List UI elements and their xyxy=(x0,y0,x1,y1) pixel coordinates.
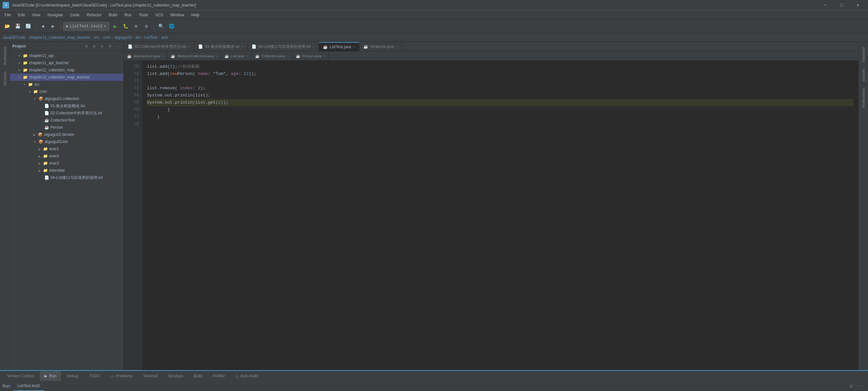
settings-button[interactable]: ⚙ xyxy=(142,22,151,31)
close-button[interactable]: ✕ xyxy=(850,0,865,10)
menu-edit[interactable]: Edit xyxy=(15,11,28,19)
tab-close-button[interactable]: × xyxy=(188,44,190,49)
tab2-close-button[interactable]: × xyxy=(246,54,248,58)
editor-tab-0[interactable]: 📄02-Collection中的常用方法.txt× xyxy=(124,42,194,51)
maximize-button[interactable]: □ xyxy=(834,0,849,10)
database-tab[interactable]: Database xyxy=(860,44,867,65)
bottom-tab-debug[interactable]: Debug xyxy=(62,371,83,381)
menu-help[interactable]: Help xyxy=(188,11,203,19)
open-file-button[interactable]: 📂 xyxy=(3,22,12,31)
editor-tab-4[interactable]: ☕ArrayList.java× xyxy=(360,42,402,51)
code-content[interactable]: list.add(2);//自动装箱 list.add(new Person( … xyxy=(142,61,858,370)
breadcrumb-item-7[interactable]: test xyxy=(162,35,168,40)
debug-button[interactable]: 🐛 xyxy=(121,22,130,31)
breadcrumb-item-1[interactable]: chapter12_collection_map_teacher xyxy=(29,35,90,40)
tree-item-4[interactable]: ▼📁src xyxy=(10,81,123,88)
bottom-tab-terminal[interactable]: Terminal xyxy=(138,371,162,381)
bottom-tab-auto-build[interactable]: △Auto-build xyxy=(231,371,262,381)
structure-tab[interactable]: Structure xyxy=(2,69,8,89)
menu-window[interactable]: Window xyxy=(167,11,188,19)
tab-close-button[interactable]: × xyxy=(396,44,398,49)
bottom-tab-profiler[interactable]: Profiler xyxy=(208,371,230,381)
tree-item-9[interactable]: ☕CollectionTest xyxy=(10,117,123,124)
bookmarks-tab[interactable]: Bookmarks xyxy=(2,44,8,67)
back-button[interactable]: ◀ xyxy=(38,22,47,31)
panel-collapse-button[interactable]: ⊖ xyxy=(99,43,105,50)
tree-item-11[interactable]: ▶📦atguigu02.iterator xyxy=(10,131,123,138)
bottom-tab-build[interactable]: Build xyxy=(189,371,207,381)
coverage-button[interactable]: ⊕ xyxy=(131,22,141,31)
editor-tab-1[interactable]: 📄01-集合框架概述.txt× xyxy=(194,42,248,51)
run-button[interactable]: ▶ xyxy=(111,22,120,31)
sync-button[interactable]: 🔄 xyxy=(24,22,33,31)
menu-view[interactable]: View xyxy=(29,11,44,19)
panel-close-button[interactable]: − xyxy=(114,43,121,50)
tab-close-button[interactable]: × xyxy=(312,44,314,49)
menu-build[interactable]: Build xyxy=(105,11,121,19)
tab2-close-button[interactable]: × xyxy=(216,54,218,58)
panel-settings-button[interactable]: ⚙ xyxy=(83,43,90,50)
menu-run[interactable]: Run xyxy=(121,11,135,19)
tab-close-button[interactable]: × xyxy=(353,45,355,49)
bottom-tab-services[interactable]: Services xyxy=(163,371,188,381)
editor-tab2-0[interactable]: ☕AbstractList.java× xyxy=(124,52,167,60)
breadcrumb-sep-0: › xyxy=(27,35,28,40)
tree-item-0[interactable]: ▼📁chapter11_api xyxy=(10,52,123,59)
breadcrumb-item-3[interactable]: com xyxy=(103,35,111,40)
tree-item-10[interactable]: ☕Person xyxy=(10,124,123,131)
tree-item-16[interactable]: ▶📁interview xyxy=(10,167,123,174)
tab2-close-button[interactable]: × xyxy=(287,54,289,58)
panel-expand-button[interactable]: ⊕ xyxy=(91,43,97,50)
run-panel-minimize-button[interactable]: − xyxy=(858,382,865,390)
run-tab-label[interactable]: ListTest.test2 xyxy=(13,381,44,391)
menu-vcs[interactable]: VCS xyxy=(152,11,166,19)
editor-tab-2[interactable]: 📄04-List接口与实现类的使用.txt× xyxy=(248,42,319,51)
notifications-tab[interactable]: Notifications xyxy=(860,85,867,110)
minimize-button[interactable]: − xyxy=(818,0,833,10)
menu-refactor[interactable]: Refactor xyxy=(84,11,104,19)
editor-tab2-3[interactable]: ☕Collection.java× xyxy=(252,52,292,60)
tab2-close-button[interactable]: × xyxy=(323,54,325,58)
bottom-tab-run[interactable]: ▶Run xyxy=(40,371,61,381)
editor-tab2-4[interactable]: ☕Person.java× xyxy=(292,52,329,60)
menu-file[interactable]: File xyxy=(1,11,14,19)
editor-tab2-2[interactable]: ☕List.java× xyxy=(221,52,252,60)
editor-tab2-1[interactable]: ☕AbstractCollection.java× xyxy=(167,52,221,60)
jclasslib-tab[interactable]: jclasslib xyxy=(860,66,867,84)
bottom-tab-problems[interactable]: ⚠Problems xyxy=(106,371,137,381)
menu-navigate[interactable]: Navigate xyxy=(44,11,66,19)
translate-button[interactable]: 🌐 xyxy=(167,22,176,31)
tree-item-3[interactable]: ▼📁chapter12_collection_map_teacher xyxy=(10,73,123,81)
run-configuration[interactable]: ▶ ListTest.test2 ▾ xyxy=(63,22,109,31)
save-button[interactable]: 💾 xyxy=(13,22,22,31)
menu-code[interactable]: Code xyxy=(67,11,83,19)
editor-tab-3[interactable]: ☕ListTest.java× xyxy=(319,42,360,51)
tree-item-14[interactable]: ▶📁exer2 xyxy=(10,152,123,160)
tree-item-7[interactable]: 📄01-集合框架概述.txt xyxy=(10,102,123,110)
tree-item-17[interactable]: 📄04-List接口与实现类的使用.txt xyxy=(10,174,123,181)
breadcrumb-item-5[interactable]: list xyxy=(135,35,141,40)
breadcrumb-item-0[interactable]: JavaSECode xyxy=(3,35,25,40)
forward-button[interactable]: ▶ xyxy=(49,22,58,31)
tab2-close-button[interactable]: × xyxy=(162,54,164,58)
breadcrumb-item-6[interactable]: ListTest xyxy=(144,35,158,40)
tree-item-2[interactable]: ▼📁chapter12_collection_map xyxy=(10,66,123,73)
menu-tools[interactable]: Tools xyxy=(135,11,151,19)
tree-item-1[interactable]: ▼📁chapter11_api_teacher xyxy=(10,59,123,66)
breadcrumb-item-2[interactable]: src xyxy=(94,35,99,40)
tab-label: ArrayList.java xyxy=(370,44,394,49)
breadcrumb-item-4[interactable]: atguigu03 xyxy=(115,35,132,40)
tab-close-button[interactable]: × xyxy=(242,44,243,49)
bottom-tab-label-8: Profiler xyxy=(213,374,225,378)
panel-options-button[interactable]: ⚙ xyxy=(106,43,113,50)
tree-item-13[interactable]: ▶📁exer1 xyxy=(10,145,123,152)
tree-item-15[interactable]: ▶📁exer3 xyxy=(10,160,123,167)
bottom-tab-version-control[interactable]: Version Control xyxy=(3,371,38,381)
tree-item-5[interactable]: ▼📁com xyxy=(10,88,123,95)
tree-item-8[interactable]: 📄02-Collection中的常用方法.txt xyxy=(10,110,123,117)
search-everywhere-button[interactable]: 🔍 xyxy=(156,22,165,31)
bottom-tab-todo[interactable]: TODO xyxy=(84,371,104,381)
tree-item-12[interactable]: ▼📦atguigu03.list xyxy=(10,138,123,145)
tree-item-6[interactable]: ▼📦atguigu01.collection xyxy=(10,95,123,102)
run-panel-settings-button[interactable]: ⚙ xyxy=(847,382,855,390)
